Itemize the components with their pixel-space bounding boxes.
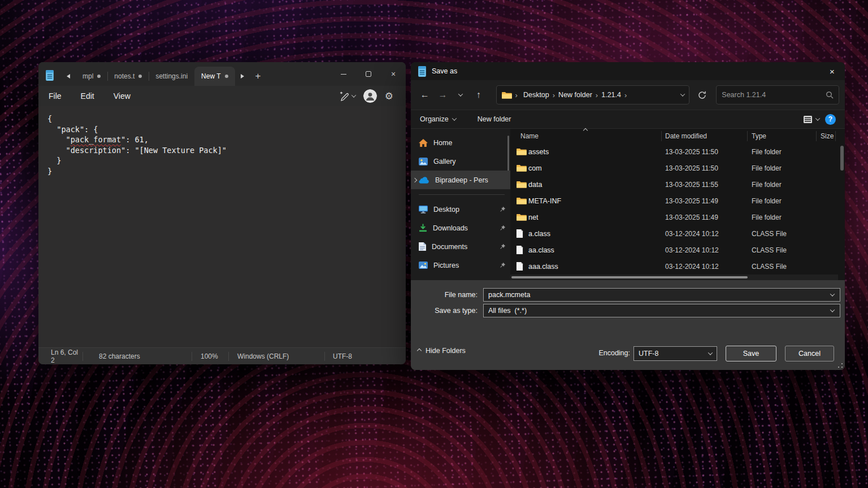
sidebar-item-bipradeep-pers[interactable]: Bipradeep - Pers	[411, 171, 510, 189]
file-type: File folder	[752, 181, 821, 189]
save-type-label: Save as type:	[411, 307, 483, 315]
dialog-title: Save as	[432, 67, 457, 75]
tab-label: settings.ini	[155, 72, 188, 80]
settings-button[interactable]: ⚙	[385, 90, 393, 102]
encoding-dropdown[interactable]: UTF-8	[633, 346, 717, 361]
refresh-button[interactable]	[694, 86, 711, 103]
file-date-modified: 13-03-2025 11:50	[665, 148, 752, 156]
pin-icon	[499, 206, 506, 213]
dialog-toolbar: Organize New folder ?	[411, 110, 845, 129]
column-header-type[interactable]: Type	[752, 132, 766, 140]
tab-scroll-right-button[interactable]	[235, 67, 250, 86]
sidebar-item-home[interactable]: Home	[411, 133, 510, 152]
up-button[interactable]: ↑	[470, 86, 487, 103]
encoding-value: UTF-8	[639, 350, 658, 358]
file-name: data	[528, 181, 665, 189]
file-row-a-class[interactable]: a.class03-12-2024 10:12CLASS File	[510, 225, 845, 242]
organize-button[interactable]: Organize	[420, 115, 456, 123]
forward-button[interactable]: →	[435, 86, 452, 103]
scrollbar-thumb[interactable]	[511, 276, 748, 278]
file-name-row: File name:	[411, 288, 840, 302]
horizontal-scrollbar[interactable]	[510, 274, 838, 280]
tab-new-t[interactable]: New T	[194, 67, 235, 86]
file-icon	[516, 229, 528, 238]
column-header-date[interactable]: Date modified	[665, 132, 707, 140]
file-row-com[interactable]: com13-03-2025 11:50File folder	[510, 160, 845, 176]
tab-notes-t[interactable]: notes.t	[107, 67, 149, 86]
cancel-button[interactable]: Cancel	[785, 346, 834, 361]
account-button[interactable]	[363, 89, 377, 103]
file-type: CLASS File	[752, 263, 821, 271]
sidebar-item-documents[interactable]: Documents	[411, 237, 510, 256]
sidebar-divider	[419, 194, 505, 195]
chevron-down-icon	[351, 93, 356, 97]
breadcrumb-item-1-21-4[interactable]: 1.21.4	[599, 89, 623, 101]
menu-item-file[interactable]: File	[43, 89, 67, 103]
file-type: File folder	[752, 213, 821, 221]
breadcrumb-item-new-folder[interactable]: New folder	[556, 89, 594, 101]
file-date-modified: 13-03-2025 11:50	[665, 164, 752, 172]
column-header-name[interactable]: Name	[520, 132, 539, 140]
sidebar-item-label: Bipradeep - Pers	[435, 176, 510, 184]
file-row-aa-class[interactable]: aa.class03-12-2024 10:12CLASS File	[510, 242, 845, 258]
new-tab-button[interactable]: +	[250, 67, 267, 86]
menu-item-edit[interactable]: Edit	[75, 89, 100, 103]
gallery-icon	[419, 158, 428, 165]
unsaved-dot-icon	[225, 75, 228, 78]
vertical-scrollbar[interactable]	[840, 146, 844, 171]
search-input[interactable]	[722, 91, 826, 99]
file-row-data[interactable]: data13-03-2025 11:55File folder	[510, 176, 845, 193]
file-type: File folder	[752, 164, 821, 172]
unsaved-dot-icon	[97, 75, 101, 78]
new-folder-button[interactable]: New folder	[478, 115, 511, 123]
account-avatar-icon	[363, 89, 377, 103]
change-view-button[interactable]	[804, 116, 819, 123]
tab-settings-ini[interactable]: settings.ini	[149, 67, 194, 86]
minimize-icon	[341, 74, 346, 75]
file-row-meta-inf[interactable]: META-INF13-03-2025 11:49File folder	[510, 193, 845, 209]
file-row-assets[interactable]: assets13-03-2025 11:50File folder	[510, 143, 845, 160]
editor-text-area[interactable]: { "pack": { "pack_format": 61, "descript…	[38, 106, 406, 347]
copilot-rewrite-button[interactable]	[338, 91, 355, 101]
breadcrumb-item-desktop[interactable]: Desktop	[521, 89, 552, 101]
sidebar-item-pictures[interactable]: Pictures	[411, 256, 510, 274]
tab-mpl[interactable]: mpl	[76, 67, 107, 86]
save-type-dropdown[interactable]	[483, 304, 840, 317]
menu-item-view[interactable]: View	[108, 89, 136, 103]
expand-chevron-icon[interactable]	[413, 177, 417, 182]
close-button[interactable]: ×	[381, 62, 406, 86]
file-row-net[interactable]: net13-03-2025 11:49File folder	[510, 209, 845, 225]
file-row-aaa-class[interactable]: aaa.class03-12-2024 10:12CLASS File	[510, 258, 845, 274]
resize-grip[interactable]	[837, 363, 843, 368]
status-segment-utf-8: UTF-8	[325, 352, 405, 361]
file-icon	[516, 246, 528, 254]
sidebar-item-desktop[interactable]: Desktop	[411, 200, 510, 219]
pin-icon	[499, 243, 506, 250]
chevron-down-icon[interactable]	[830, 291, 835, 296]
minimize-button[interactable]	[331, 62, 356, 86]
browser-area: HomeGalleryBipradeep - PersDesktopDownlo…	[411, 129, 845, 280]
help-button[interactable]: ?	[825, 114, 836, 125]
back-button[interactable]: ←	[416, 86, 433, 103]
tab-scroll-left-button[interactable]	[61, 67, 76, 86]
organize-label: Organize	[420, 115, 449, 123]
address-dropdown-icon[interactable]	[680, 91, 684, 96]
sidebar-item-downloads[interactable]: Downloads	[411, 219, 510, 237]
maximize-button[interactable]	[356, 62, 381, 86]
column-separator	[661, 131, 662, 141]
sidebar-item-label: Home	[433, 139, 510, 147]
column-header-size[interactable]: Size	[821, 132, 834, 140]
sidebar-item-label: Downloads	[433, 224, 493, 232]
dialog-close-button[interactable]: ×	[819, 62, 845, 80]
downloads-icon	[419, 224, 427, 232]
sidebar-item-label: Desktop	[433, 206, 493, 213]
address-bar[interactable]: › Desktop›New folder›1.21.4›	[496, 85, 689, 104]
file-name-input[interactable]	[484, 291, 831, 299]
recent-locations-button[interactable]	[452, 86, 469, 103]
sidebar-item-gallery[interactable]: Gallery	[411, 152, 510, 171]
folder-icon	[516, 147, 528, 156]
save-button[interactable]: Save	[726, 346, 776, 361]
file-name: META-INF	[528, 197, 665, 205]
file-name: assets	[528, 148, 665, 156]
hide-folders-button[interactable]: Hide Folders	[418, 347, 466, 355]
